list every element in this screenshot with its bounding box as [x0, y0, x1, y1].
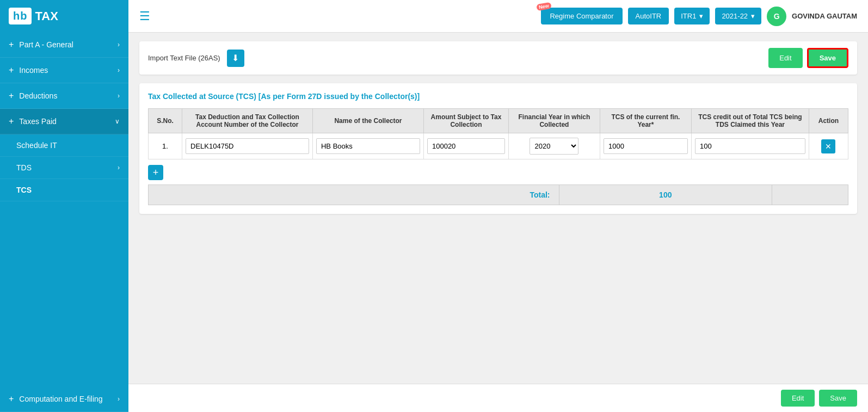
tcs-table: S.No. Tax Deduction and Tax Collection A… [148, 108, 848, 159]
delete-row-button[interactable]: ✕ [821, 139, 835, 153]
plus-icon: + [9, 394, 14, 404]
sidebar-item-part-a[interactable]: + Part A - General › [0, 32, 128, 58]
sidebar-item-label: Part A - General [19, 40, 73, 49]
cell-tcs-current [600, 133, 691, 159]
col-amount: Amount Subject to Tax Collection [423, 109, 508, 133]
col-action: Action [809, 109, 848, 133]
col-sno: S.No. [149, 109, 182, 133]
save-button[interactable]: Save [807, 48, 848, 68]
cell-name [312, 133, 423, 159]
chevron-right-icon: › [118, 395, 120, 403]
amount-input[interactable] [427, 138, 505, 154]
chevron-down-icon: ∨ [115, 118, 120, 125]
save-bottom-button[interactable]: Save [819, 390, 857, 407]
logo-hb: hb [9, 8, 32, 24]
topbar: ☰ New Regime Comparator AutoITR ITR1 ▾ 2… [128, 0, 868, 33]
sidebar-subitem-label: TCS [16, 186, 32, 194]
edit-button[interactable]: Edit [768, 48, 802, 68]
col-tan: Tax Deduction and Tax Collection Account… [182, 109, 313, 133]
chevron-right-icon: › [118, 164, 120, 171]
sidebar-item-label: Computation and E-filing [19, 395, 102, 403]
col-name: Name of the Collector [312, 109, 423, 133]
total-value: 100 [659, 190, 672, 199]
tcs-credit-input[interactable] [695, 138, 805, 154]
section-title: Tax Collected at Source (TCS) [As per Fo… [148, 92, 848, 101]
chevron-down-icon: ▾ [699, 12, 703, 20]
cell-fin-year: 2020 2021 2022 [508, 133, 600, 159]
name-input[interactable] [316, 138, 420, 154]
sidebar-item-computation[interactable]: + Computation and E-filing › [0, 386, 128, 412]
itr1-label: ITR1 [681, 12, 696, 20]
col-tcs-current: TCS of the current fin. Year* [600, 109, 691, 133]
col-fin-year: Financial Year in which Collected [508, 109, 600, 133]
plus-icon: + [9, 65, 14, 75]
autoitr-button[interactable]: AutoITR [628, 8, 669, 24]
cell-tcs-credit [691, 133, 809, 159]
download-icon[interactable]: ⬇ [227, 50, 244, 67]
cell-tan [182, 133, 313, 159]
cell-amount [423, 133, 508, 159]
itr1-dropdown-button[interactable]: ITR1 ▾ [674, 8, 710, 24]
total-label: Total: [530, 190, 550, 199]
sidebar-subitem-label: TDS [16, 163, 32, 172]
user-name: GOVINDA GAUTAM [792, 12, 857, 20]
col-tcs-credit: TCS credit out of Total TCS being TDS Cl… [691, 109, 809, 133]
avatar: G [767, 7, 786, 26]
import-label: Import Text File (26AS) [148, 54, 220, 62]
sidebar-item-taxes-paid[interactable]: + Taxes Paid ∨ [0, 109, 128, 134]
sidebar-item-label: Taxes Paid [19, 117, 56, 126]
sidebar-item-label: Incomes [19, 66, 48, 75]
add-row-button[interactable]: + [148, 165, 163, 180]
sidebar-item-deductions[interactable]: + Deductions › [0, 83, 128, 109]
sidebar-subitem-label: Schedule IT [16, 141, 57, 150]
total-table: Total: 100 [148, 185, 848, 205]
logo-tax: TAX [35, 9, 58, 23]
content-area: Import Text File (26AS) ⬇ Edit Save Tax … [128, 33, 868, 384]
bottom-bar: Edit Save [128, 384, 868, 412]
plus-icon: + [9, 40, 14, 50]
sidebar-subitem-tcs[interactable]: TCS [0, 179, 128, 201]
chevron-down-icon: ▾ [751, 12, 755, 20]
cell-sno: 1. [149, 133, 182, 159]
tcs-current-input[interactable] [604, 138, 688, 154]
tcs-section: Tax Collected at Source (TCS) [As per Fo… [139, 83, 857, 214]
plus-icon: + [9, 116, 14, 126]
plus-icon: + [9, 91, 14, 101]
cell-action: ✕ [809, 133, 848, 159]
total-row: Total: 100 [149, 185, 848, 205]
main-content: ☰ New Regime Comparator AutoITR ITR1 ▾ 2… [128, 0, 868, 412]
year-label: 2021-22 [722, 12, 748, 20]
chevron-right-icon: › [118, 66, 120, 74]
sidebar: hb TAX + Part A - General › + Incomes › … [0, 0, 128, 412]
logo-area: hb TAX [0, 0, 128, 32]
sidebar-subitem-schedule-it[interactable]: Schedule IT [0, 134, 128, 157]
sidebar-item-label: Deductions [19, 91, 57, 100]
regime-comparator-button[interactable]: Regime Comparator [541, 8, 622, 24]
tan-input[interactable] [186, 138, 309, 154]
menu-icon[interactable]: ☰ [139, 9, 150, 23]
fin-year-select[interactable]: 2020 2021 2022 [530, 138, 578, 155]
sidebar-item-incomes[interactable]: + Incomes › [0, 58, 128, 83]
import-bar: Import Text File (26AS) ⬇ Edit Save [139, 41, 857, 75]
year-dropdown-button[interactable]: 2021-22 ▾ [715, 8, 761, 24]
chevron-right-icon: › [118, 92, 120, 100]
table-row: 1. 2020 2021 [149, 133, 848, 159]
chevron-right-icon: › [118, 41, 120, 48]
sidebar-subitem-tds[interactable]: TDS › [0, 157, 128, 179]
edit-bottom-button[interactable]: Edit [781, 390, 815, 407]
